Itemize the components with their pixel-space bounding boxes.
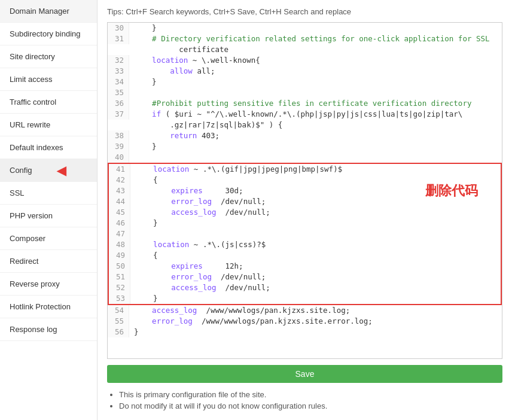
code-line: 31 certificate <box>108 44 502 55</box>
sidebar-item-label: Site directory <box>10 52 55 61</box>
line-code: error_log /dev/null; <box>130 196 266 207</box>
sidebar-item-label: Config <box>10 166 32 175</box>
code-line: 47 <box>109 229 501 239</box>
line-code: } <box>129 77 157 87</box>
sidebar-item-label: Traffic control <box>10 98 56 106</box>
line-code: expires 12h; <box>130 261 243 272</box>
sidebar-item-composer[interactable]: Composer <box>0 227 97 250</box>
line-code: allow all; <box>129 66 215 77</box>
code-line: 49 { <box>109 250 501 261</box>
sidebar-item-default-indexes[interactable]: Default indexes <box>0 136 97 159</box>
sidebar-item-ssl[interactable]: SSL <box>0 182 97 205</box>
line-code: if ( $uri ~ "^/\.well-known/.*\.(php|jsp… <box>129 109 462 120</box>
code-line: 35 <box>108 87 502 98</box>
sidebar-item-config[interactable]: Config◀ <box>0 159 97 182</box>
sidebar: Domain ManagerSubdirectory bindingSite d… <box>0 0 97 420</box>
code-line: 31 # Directory verification related sett… <box>108 34 502 44</box>
code-line: 37 if ( $uri ~ "^/\.well-known/.*\.(php|… <box>108 109 502 120</box>
sidebar-item-label: SSL <box>10 188 25 197</box>
line-code: certificate <box>129 44 228 55</box>
code-line: 34 } <box>108 77 502 87</box>
line-number: 50 <box>109 261 130 272</box>
code-line: 48 location ~ .*\.(js|css)?$ <box>109 239 501 250</box>
sidebar-item-label: PHP version <box>10 211 53 220</box>
code-editor[interactable]: 30 }31 # Directory verification related … <box>107 22 502 359</box>
main-content: Tips: Ctrl+F Search keywords, Ctrl+S Sav… <box>97 0 512 420</box>
code-line: 42 { <box>109 175 501 185</box>
line-number: 54 <box>108 305 129 316</box>
code-line: 56} <box>108 327 502 337</box>
tips-bar: Tips: Ctrl+F Search keywords, Ctrl+S Sav… <box>107 7 502 16</box>
code-line: 33 allow all; <box>108 66 502 77</box>
line-number: 51 <box>109 272 130 282</box>
line-code <box>129 152 134 163</box>
sidebar-item-label: Default indexes <box>10 143 63 152</box>
line-code <box>129 87 134 98</box>
line-number: 34 <box>108 77 129 87</box>
sidebar-item-url-rewrite[interactable]: URL rewrite <box>0 114 97 136</box>
save-button[interactable]: Save <box>107 365 502 383</box>
code-line: 53 } <box>109 293 501 304</box>
line-number: 47 <box>109 229 130 239</box>
code-line: 55 error_log /www/wwwlogs/pan.kjzxs.site… <box>108 316 502 327</box>
red-arrow-icon: ◀ <box>57 163 66 178</box>
code-line: 43 expires 30d; <box>109 185 501 196</box>
line-number: 55 <box>108 316 129 327</box>
sidebar-item-label: Reverse proxy <box>10 279 60 288</box>
line-number: 43 <box>109 185 130 196</box>
sidebar-item-label: Response log <box>10 325 57 334</box>
line-code: { <box>130 175 158 185</box>
line-number: 37 <box>108 109 129 120</box>
line-code: location ~ \.well-known{ <box>129 55 260 66</box>
line-code: access_log /dev/null; <box>130 282 270 293</box>
line-number: 49 <box>109 250 130 261</box>
line-number: 30 <box>108 23 129 34</box>
line-number: 32 <box>108 55 129 66</box>
line-code: location ~ .*\.(js|css)?$ <box>130 239 266 250</box>
code-line: 54 access_log /www/wwwlogs/pan.kjzxs.sit… <box>108 305 502 316</box>
line-code: access_log /dev/null; <box>130 207 270 218</box>
code-line: 41 location ~ .*\.(gif|jpg|jpeg|png|bmp|… <box>109 164 501 175</box>
line-code: .gz|rar|7z|sql|bak)$" ) { <box>129 120 282 130</box>
line-code: location ~ .*\.(gif|jpg|jpeg|png|bmp|swf… <box>130 164 342 175</box>
sidebar-item-php-version[interactable]: PHP version <box>0 205 97 227</box>
line-code: #Prohibit putting sensitive files in cer… <box>129 98 471 109</box>
line-number: 56 <box>108 327 129 337</box>
sidebar-item-traffic-control[interactable]: Traffic control <box>0 91 97 114</box>
line-code: # Directory verification related setting… <box>129 34 490 44</box>
note-item: This is primary configuration file of th… <box>119 390 502 399</box>
line-code: } <box>130 218 158 229</box>
line-number: 31 <box>108 34 129 44</box>
line-code: error_log /dev/null; <box>130 272 266 282</box>
sidebar-item-limit-access[interactable]: Limit access <box>0 68 97 91</box>
code-line: 37 .gz|rar|7z|sql|bak)$" ) { <box>108 120 502 130</box>
sidebar-item-reverse-proxy[interactable]: Reverse proxy <box>0 273 97 296</box>
sidebar-item-label: URL rewrite <box>10 120 50 129</box>
line-number: 45 <box>109 207 130 218</box>
sidebar-item-label: Hotlink Protection <box>10 302 71 311</box>
sidebar-item-site-directory[interactable]: Site directory <box>0 45 97 68</box>
code-line: 45 access_log /dev/null; <box>109 207 501 218</box>
sidebar-item-redirect[interactable]: Redirect <box>0 250 97 273</box>
note-item: Do not modify it at will if you do not k… <box>119 401 502 410</box>
line-number: 53 <box>109 293 130 304</box>
sidebar-item-label: Limit access <box>10 75 53 84</box>
code-line: 46 } <box>109 218 501 229</box>
line-code: return 403; <box>129 130 220 141</box>
line-number: 35 <box>108 87 129 98</box>
code-line: 44 error_log /dev/null; <box>109 196 501 207</box>
code-line: 52 access_log /dev/null; <box>109 282 501 293</box>
sidebar-item-response-log[interactable]: Response log <box>0 318 97 341</box>
line-number: 52 <box>109 282 130 293</box>
line-number: 42 <box>109 175 130 185</box>
sidebar-item-hotlink-protection[interactable]: Hotlink Protection <box>0 296 97 318</box>
line-code: } <box>130 293 158 304</box>
sidebar-item-subdirectory-binding[interactable]: Subdirectory binding <box>0 23 97 45</box>
code-line: 30 } <box>108 23 502 34</box>
sidebar-item-domain-manager[interactable]: Domain Manager <box>0 0 97 23</box>
line-number: 41 <box>109 164 130 175</box>
code-line: 40 <box>108 152 502 163</box>
code-line: 32 location ~ \.well-known{ <box>108 55 502 66</box>
line-code: } <box>129 141 157 152</box>
code-line: 38 return 403; <box>108 130 502 141</box>
